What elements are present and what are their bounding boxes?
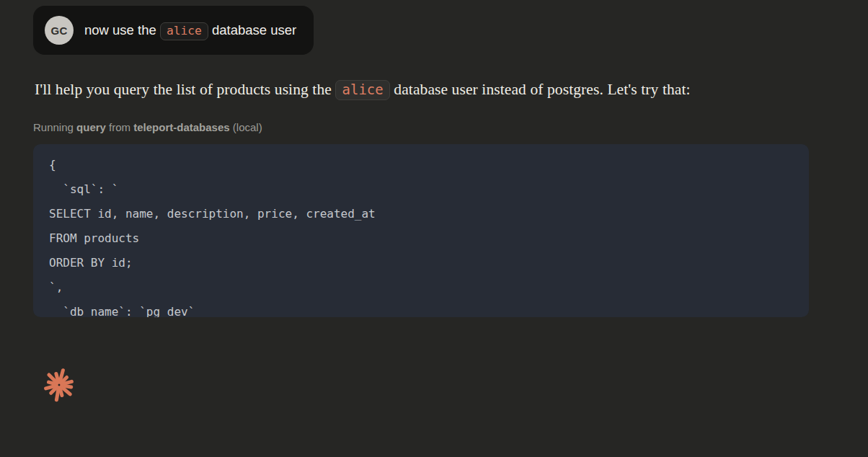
code-line: `sql`: ` bbox=[49, 177, 793, 202]
user-message-bubble: GC now use the alice database user bbox=[33, 6, 314, 55]
user-message-text: now use the alice database user bbox=[84, 22, 296, 38]
inline-code-alice: alice bbox=[160, 22, 208, 40]
assistant-text-after: database user instead of postgres. Let's… bbox=[394, 81, 690, 98]
assistant-message: I'll help you query the list of products… bbox=[35, 75, 789, 104]
code-line: `db_name`: `pg_dev` bbox=[49, 300, 793, 317]
status-prefix: Running bbox=[33, 121, 74, 133]
status-connector: from bbox=[109, 121, 130, 133]
tool-name: query bbox=[76, 121, 106, 133]
code-line: FROM products bbox=[49, 226, 793, 251]
tool-input-code-block[interactable]: { `sql`: ` SELECT id, name, description,… bbox=[33, 144, 809, 317]
avatar: GC bbox=[45, 16, 74, 45]
assistant-text-before: I'll help you query the list of products… bbox=[35, 81, 332, 98]
code-line: ORDER BY id; bbox=[49, 251, 793, 275]
code-line: `, bbox=[49, 275, 793, 300]
server-name: teleport-databases bbox=[133, 121, 229, 133]
code-line: SELECT id, name, description, price, cre… bbox=[49, 202, 793, 226]
tool-run-status: Running query from teleport-databases (l… bbox=[33, 121, 868, 133]
status-suffix: (local) bbox=[233, 121, 262, 133]
inline-code-alice: alice bbox=[335, 80, 389, 100]
code-line: { bbox=[49, 153, 793, 177]
loading-starburst-icon bbox=[39, 365, 79, 405]
user-text-after: database user bbox=[212, 22, 296, 37]
user-text-before: now use the bbox=[84, 22, 156, 37]
